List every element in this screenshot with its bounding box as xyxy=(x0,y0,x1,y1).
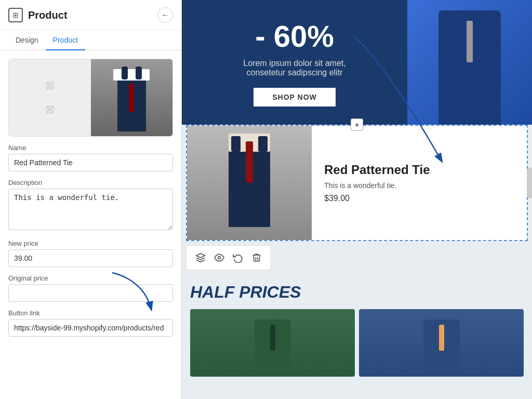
hero-suit-bg xyxy=(407,0,532,125)
delete-button[interactable] xyxy=(248,249,265,267)
eye-button[interactable] xyxy=(210,249,228,267)
image-suit-area xyxy=(91,59,173,136)
lapel-r xyxy=(258,136,268,152)
description-field-group: Description This is a wonderful tie. xyxy=(8,179,173,232)
product-card-image xyxy=(187,126,312,240)
product-suit-figure xyxy=(229,149,270,227)
original-price-label: Original price xyxy=(8,274,173,282)
panel-title: Product xyxy=(28,9,68,21)
half-prices-item-1 xyxy=(190,309,355,377)
product-image-container: ⊠ ⊠ xyxy=(8,59,173,137)
button-link-field-group: Button link xyxy=(8,309,173,337)
product-toolbar xyxy=(186,245,271,270)
green-suit-area xyxy=(190,309,355,377)
panel-header: ⊞ Product ← xyxy=(0,0,181,31)
original-price-input[interactable] xyxy=(8,284,173,302)
description-input[interactable]: This is a wonderful tie. xyxy=(8,189,173,230)
original-price-field-group: Original price xyxy=(8,274,173,302)
image-placeholder-left: ⊠ ⊠ xyxy=(9,59,91,136)
blue-suit xyxy=(423,320,460,377)
name-label: Name xyxy=(8,144,173,152)
delete-icon xyxy=(251,252,262,263)
hero-suit-tie xyxy=(467,21,473,62)
green-suit xyxy=(255,320,291,377)
button-link-label: Button link xyxy=(8,309,173,317)
green-tie xyxy=(270,325,275,351)
button-link-input[interactable] xyxy=(8,319,173,337)
placeholder-icon-2: ⊠ xyxy=(45,103,55,116)
product-card-name: Red Patterned Tie xyxy=(324,163,430,177)
section-scrollbar[interactable] xyxy=(527,167,532,198)
hero-image xyxy=(407,0,532,125)
placeholder-icon-1: ⊠ xyxy=(45,79,55,92)
blue-suit-area xyxy=(359,309,524,377)
half-prices-section: HALF PRICES xyxy=(182,274,532,377)
blue-tie xyxy=(439,325,444,351)
tab-product[interactable]: Product xyxy=(46,31,85,50)
svg-point-1 xyxy=(218,257,221,259)
hero-suit-body xyxy=(438,10,501,125)
refresh-icon xyxy=(233,252,243,263)
new-price-field-group: New price xyxy=(8,240,173,267)
layers-icon xyxy=(195,252,206,263)
lapel-l xyxy=(231,136,241,152)
right-panel: - 60% Lorem ipsum dolor sit amet,consete… xyxy=(182,0,532,399)
product-section: + Red Patterned Tie This is a wonderful … xyxy=(186,125,528,241)
hero-section: - 60% Lorem ipsum dolor sit amet,consete… xyxy=(182,0,532,125)
product-card-price: $39.00 xyxy=(324,194,430,203)
new-price-label: New price xyxy=(8,240,173,247)
tab-design[interactable]: Design xyxy=(8,31,46,50)
svg-marker-0 xyxy=(196,254,205,258)
hero-banner: - 60% Lorem ipsum dolor sit amet,consete… xyxy=(182,0,407,125)
eye-icon xyxy=(214,252,224,263)
new-price-input[interactable] xyxy=(8,249,173,267)
shirt-collar xyxy=(113,69,150,81)
shop-now-button[interactable]: SHOP NOW xyxy=(254,88,336,107)
tabs-bar: Design Product xyxy=(0,31,181,50)
panel-header-left: ⊞ Product xyxy=(8,8,68,22)
lapel-left xyxy=(122,66,128,79)
back-button[interactable]: ← xyxy=(157,7,173,23)
grid-icon: ⊞ xyxy=(12,11,19,19)
layers-button[interactable] xyxy=(192,249,209,267)
product-card-description: This is a wonderful tie. xyxy=(324,181,430,190)
name-input[interactable] xyxy=(8,154,173,171)
half-prices-grid xyxy=(190,309,524,377)
half-prices-item-2 xyxy=(359,309,524,377)
product-image-bg xyxy=(187,126,312,240)
description-label: Description xyxy=(8,179,173,187)
left-panel: ⊞ Product ← Design Product ⊠ ⊠ xyxy=(0,0,182,399)
section-add-button[interactable]: + xyxy=(351,118,363,131)
half-prices-title: HALF PRICES xyxy=(190,283,524,302)
lapel-right xyxy=(136,66,142,79)
product-info: Red Patterned Tie This is a wonderful ti… xyxy=(312,126,443,240)
refresh-button[interactable] xyxy=(229,249,247,267)
hero-discount: - 60% xyxy=(255,19,334,54)
hero-subtitle: Lorem ipsum dolor sit amet,consetetur sa… xyxy=(243,59,345,77)
panel-body: ⊠ ⊠ xyxy=(0,50,181,345)
tie-decoration xyxy=(129,84,134,112)
panel-icon: ⊞ xyxy=(8,8,23,22)
name-field-group: Name xyxy=(8,144,173,171)
product-image-placeholder: ⊠ ⊠ xyxy=(9,59,172,136)
product-tie xyxy=(246,141,253,183)
